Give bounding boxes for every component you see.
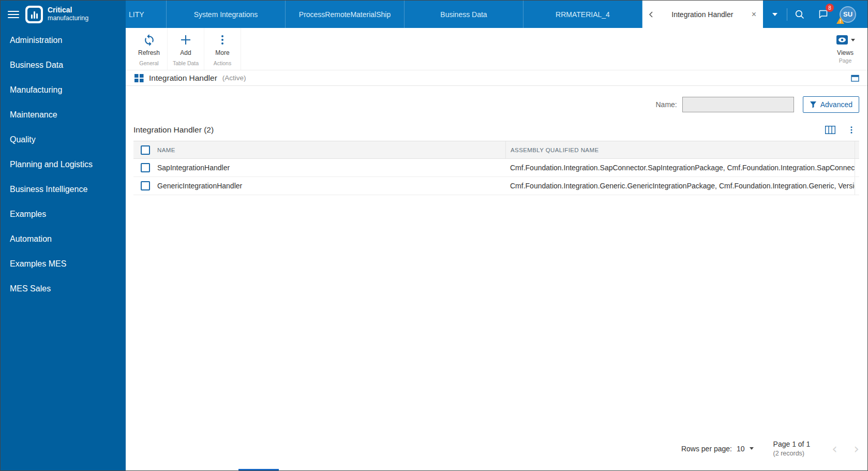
tab-label: System Integrations: [194, 10, 258, 19]
messages-button[interactable]: 8: [811, 1, 835, 28]
tab-label: ProcessRemoteMaterialShip: [299, 10, 391, 19]
sidebar-item-label: Business Intelligence: [10, 185, 87, 194]
pagination: Rows per page: 10 Page 1 of 1 (2 records…: [681, 440, 859, 457]
prev-page-button[interactable]: ‹: [832, 442, 837, 455]
refresh-button[interactable]: Refresh: [131, 28, 167, 59]
search-button[interactable]: [787, 1, 811, 28]
row-checkbox[interactable]: [141, 163, 150, 172]
sidebar-item-label: Manufacturing: [10, 85, 62, 95]
sidebar-item-quality[interactable]: Quality: [1, 127, 126, 152]
sidebar-header: Critical manufacturing: [1, 1, 126, 28]
tab-lity[interactable]: LITY: [126, 1, 167, 28]
add-button[interactable]: Add: [168, 28, 204, 59]
tab-process-remote-material-ship[interactable]: ProcessRemoteMaterialShip: [286, 1, 405, 28]
sidebar-nav: Administration Business Data Manufacturi…: [1, 28, 126, 301]
sidebar-item-business-intelligence[interactable]: Business Intelligence: [1, 177, 126, 202]
filter-funnel-icon: [810, 101, 817, 108]
views-eye-icon: [835, 33, 849, 47]
advanced-filter-button[interactable]: Advanced: [803, 96, 859, 113]
grid-title: Integration Handler (2): [133, 125, 214, 135]
sidebar-item-automation[interactable]: Automation: [1, 227, 126, 252]
header-gutter: [855, 141, 859, 158]
select-all-checkbox[interactable]: [141, 145, 150, 155]
tab-business-data[interactable]: Business Data: [405, 1, 523, 28]
column-header-assembly-qualified-name[interactable]: ASSEMBLY QUALIFIED NAME: [505, 141, 855, 158]
entity-grid-icon: [134, 74, 144, 82]
tab-label: RRMATERIAL_4: [556, 10, 610, 19]
toolbar-group-page: Views Page: [832, 28, 867, 70]
hamburger-menu-icon[interactable]: [8, 11, 19, 18]
bar-chart-logo-icon: [25, 6, 43, 23]
page-info: Page 1 of 1 (2 records): [773, 440, 811, 457]
sidebar-item-label: Examples: [10, 210, 46, 219]
tab-rrmaterial-4[interactable]: RRMATERIAL_4: [523, 1, 642, 28]
cell-assembly-qualified-name: Cmf.Foundation.Integration.Generic.Gener…: [505, 182, 855, 190]
rows-per-page-label: Rows per page:: [681, 445, 732, 453]
sidebar-item-business-data[interactable]: Business Data: [1, 53, 126, 78]
tab-overflow-button[interactable]: [763, 1, 787, 28]
popout-window-icon: [851, 74, 859, 82]
row-checkbox[interactable]: [141, 181, 150, 190]
row-gutter: [855, 177, 859, 195]
column-chooser-button[interactable]: [825, 126, 835, 134]
toolbar-group-label-table-data: Table Data: [170, 59, 202, 70]
table-row[interactable]: SapIntegrationHandler Cmf.Foundation.Int…: [133, 159, 859, 177]
sidebar-item-examples[interactable]: Examples: [1, 202, 126, 227]
row-gutter: [855, 159, 859, 176]
views-button[interactable]: Views: [835, 28, 855, 56]
sidebar-item-label: Quality: [10, 135, 36, 144]
sidebar-item-planning-and-logistics[interactable]: Planning and Logistics: [1, 152, 126, 177]
toolbar: Refresh General Add Table Data: [126, 28, 867, 70]
user-avatar-area: SU: [836, 1, 860, 28]
cell-assembly-qualified-name: Cmf.Foundation.Integration.SapConnector.…: [505, 164, 855, 172]
popout-button[interactable]: [851, 74, 859, 82]
chevron-down-icon: [750, 447, 754, 450]
sidebar-item-label: Planning and Logistics: [10, 160, 93, 169]
sidebar-item-label: Business Data: [10, 61, 63, 70]
rows-per-page-select[interactable]: Rows per page: 10: [681, 445, 754, 453]
more-button[interactable]: More: [204, 28, 241, 59]
tabbar-controls: 8 SU: [763, 1, 860, 28]
filter-row: Name: Advanced: [133, 96, 859, 113]
sidebar-item-label: Automation: [10, 234, 52, 244]
toolbar-group-table-data: Add Table Data: [168, 28, 204, 70]
sidebar-item-manufacturing[interactable]: Manufacturing: [1, 78, 126, 102]
toolbar-group-actions: More Actions: [204, 28, 241, 70]
grid-title-row: Integration Handler (2): [133, 125, 859, 135]
grid-menu-button[interactable]: [847, 125, 856, 135]
page-title: Integration Handler: [149, 73, 217, 83]
name-filter-label: Name:: [655, 100, 677, 109]
refresh-label: Refresh: [138, 49, 160, 56]
refresh-icon: [143, 33, 156, 47]
tab-back-chevron-icon[interactable]: [648, 11, 655, 18]
sidebar-item-administration[interactable]: Administration: [1, 28, 126, 53]
sidebar-item-examples-mes[interactable]: Examples MES: [1, 252, 126, 276]
horizontal-scrollbar-thumb[interactable]: [238, 469, 279, 470]
next-page-button[interactable]: ›: [854, 442, 859, 455]
main-area: LITY System Integrations ProcessRemoteMa…: [126, 1, 867, 470]
table-row[interactable]: GenericIntegrationHandler Cmf.Foundation…: [133, 177, 859, 195]
data-table: NAME ASSEMBLY QUALIFIED NAME SapIntegrat…: [133, 141, 859, 195]
sidebar-item-mes-sales[interactable]: MES Sales: [1, 276, 126, 301]
more-label: More: [215, 49, 229, 56]
chevron-down-icon: [772, 13, 777, 16]
kebab-menu-icon: [216, 33, 229, 47]
sidebar-item-label: Examples MES: [10, 259, 66, 269]
records-info-line: (2 records): [773, 450, 811, 457]
plus-icon: [179, 33, 192, 47]
toolbar-group-label-actions: Actions: [211, 59, 234, 70]
name-filter-input[interactable]: [682, 97, 794, 112]
content-panel: Name: Advanced Integration Handler (2): [126, 86, 867, 470]
sidebar-item-maintenance[interactable]: Maintenance: [1, 102, 126, 127]
columns-icon: [825, 126, 835, 134]
page-info-line: Page 1 of 1: [773, 440, 811, 448]
tab-system-integrations[interactable]: System Integrations: [167, 1, 286, 28]
tab-integration-handler[interactable]: Integration Handler ×: [642, 1, 763, 28]
column-header-name[interactable]: NAME: [157, 147, 505, 153]
warning-icon: [836, 17, 844, 26]
app-window: Critical manufacturing Administration Bu…: [0, 0, 868, 471]
page-status: (Active): [222, 74, 246, 82]
table-header-row: NAME ASSEMBLY QUALIFIED NAME: [133, 141, 859, 159]
company-logo: Critical manufacturing: [25, 6, 88, 23]
close-icon[interactable]: ×: [750, 9, 758, 20]
